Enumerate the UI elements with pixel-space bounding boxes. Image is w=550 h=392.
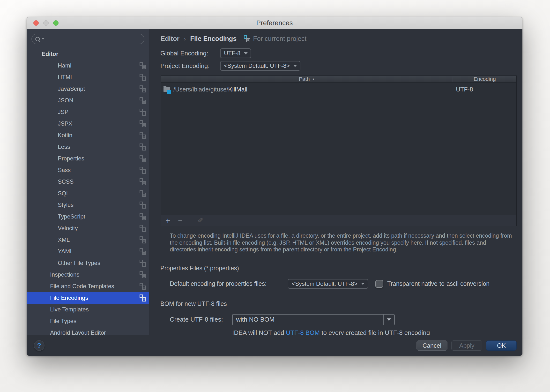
minimize-window-icon[interactable] — [43, 20, 49, 26]
global-encoding-row: Global Encoding: UTF-8 — [155, 48, 522, 58]
create-utf8-files-row: Create UTF-8 files: with NO BOM — [155, 314, 522, 325]
sidebar-item-jspx[interactable]: JSPX — [27, 118, 149, 129]
per-project-icon — [244, 35, 250, 42]
per-project-icon — [140, 260, 146, 267]
sidebar-item-label: JSP — [58, 109, 68, 115]
encoding-cell[interactable]: UTF-8 — [453, 86, 516, 93]
utf8-bom-link[interactable]: UTF-8 BOM — [286, 329, 320, 335]
sidebar-item-editor[interactable]: Editor — [27, 48, 149, 60]
titlebar[interactable]: Preferences — [27, 17, 522, 29]
sidebar-item-sass[interactable]: Sass — [27, 164, 149, 176]
window-title: Preferences — [256, 19, 293, 27]
create-utf8-files-label: Create UTF-8 files: — [170, 316, 232, 323]
sidebar-item-file-and-code-templates[interactable]: File and Code Templates — [27, 280, 149, 292]
sidebar-item-label: Live Templates — [50, 306, 89, 313]
sidebar-item-label: Other File Types — [58, 260, 100, 266]
ok-button[interactable]: OK — [486, 340, 517, 351]
sidebar-item-kotlin[interactable]: Kotlin — [27, 129, 149, 141]
chevron-down-icon — [244, 52, 248, 54]
default-properties-encoding-row: Default encoding for properties files: <… — [155, 279, 522, 289]
column-header-encoding[interactable]: Encoding — [453, 76, 516, 82]
sidebar-item-velocity[interactable]: Velocity — [27, 222, 149, 234]
scope-label: For current project — [253, 35, 306, 43]
sidebar-item-properties[interactable]: Properties — [27, 153, 149, 164]
apply-button[interactable]: Apply — [451, 340, 482, 351]
sidebar-item-live-templates[interactable]: Live Templates — [27, 304, 149, 315]
sidebar-item-typescript[interactable]: TypeScript — [27, 211, 149, 222]
section-divider — [231, 304, 517, 304]
close-window-icon[interactable] — [33, 20, 39, 26]
sidebar-item-label: Properties — [58, 155, 84, 162]
sidebar-item-label: Velocity — [58, 225, 78, 232]
default-properties-encoding-value: <System Default: UTF-8> — [292, 280, 357, 287]
sidebar-item-label: File Types — [50, 318, 76, 324]
sidebar-item-jsp[interactable]: JSP — [27, 106, 149, 118]
zoom-window-icon[interactable] — [53, 20, 59, 26]
sidebar-item-html[interactable]: HTML — [27, 71, 149, 83]
sidebar-item-label: TypeScript — [58, 213, 85, 220]
sidebar-item-file-types[interactable]: File Types — [27, 315, 149, 327]
per-project-icon — [140, 236, 146, 243]
cancel-button[interactable]: Cancel — [416, 340, 447, 351]
sidebar-item-inspections[interactable]: Inspections — [27, 269, 149, 280]
path-name: KillMall — [228, 86, 247, 93]
bom-note-after: to every created file in UTF-8 encoding — [320, 329, 430, 335]
properties-files-section-header: Properties Files (*.properties) — [160, 265, 517, 272]
search-input[interactable] — [45, 35, 141, 43]
sidebar-item-json[interactable]: JSON — [27, 95, 149, 106]
per-project-icon — [140, 271, 146, 278]
bom-note-before: IDEA will NOT add — [232, 329, 286, 335]
add-path-button[interactable]: + — [165, 216, 178, 225]
sidebar-item-other-file-types[interactable]: Other File Types — [27, 257, 149, 269]
table-toolbar: + − ✎ — [161, 215, 516, 226]
transparent-ascii-checkbox[interactable] — [375, 280, 383, 288]
per-project-icon — [140, 74, 146, 81]
project-encoding-select[interactable]: <System Default: UTF-8> — [220, 61, 300, 71]
sidebar-item-file-encodings[interactable]: File Encodings — [27, 292, 149, 304]
breadcrumb: Editor › File Encodings For current proj… — [155, 29, 522, 43]
transparent-ascii-checkbox-label[interactable]: Transparent native-to-ascii conversion — [387, 280, 490, 287]
breadcrumb-parent[interactable]: Editor — [161, 35, 179, 43]
per-project-icon — [140, 155, 146, 162]
per-project-icon — [140, 283, 146, 290]
create-utf8-files-select[interactable]: with NO BOM — [232, 314, 395, 325]
per-project-icon — [140, 85, 146, 92]
sidebar-item-android-layout-editor[interactable]: Android Layout Editor — [27, 327, 149, 335]
select-arrow-button[interactable] — [383, 315, 394, 325]
sidebar-item-javascript[interactable]: JavaScript — [27, 83, 149, 95]
remove-path-button[interactable]: − — [178, 217, 191, 224]
per-project-icon — [140, 225, 146, 232]
folder-icon — [164, 87, 170, 92]
search-options-caret-icon[interactable] — [42, 38, 44, 40]
sidebar-item-scss[interactable]: SCSS — [27, 176, 149, 188]
sidebar-item-label: Kotlin — [58, 132, 72, 139]
breadcrumb-current: File Encodings — [190, 35, 237, 43]
section-divider — [243, 268, 517, 268]
sidebar-item-haml[interactable]: Haml — [27, 60, 149, 71]
settings-search-box[interactable] — [31, 34, 144, 44]
sidebar-item-label: JavaScript — [58, 85, 85, 92]
global-encoding-value: UTF-8 — [224, 50, 240, 57]
sidebar-item-less[interactable]: Less — [27, 141, 149, 153]
encoding-description-text: To change encoding IntelliJ IDEA uses fo… — [170, 232, 513, 253]
edit-path-button[interactable]: ✎ — [191, 217, 203, 224]
window-body: Editor Haml HTML JavaScript JSON JSP JSP… — [27, 29, 522, 335]
global-encoding-label: Global Encoding: — [160, 50, 220, 57]
sidebar-item-xml[interactable]: XML — [27, 234, 149, 246]
sidebar-item-sql[interactable]: SQL — [27, 188, 149, 199]
global-encoding-select[interactable]: UTF-8 — [220, 48, 251, 58]
per-project-icon — [140, 167, 146, 174]
table-row[interactable]: /Users/lblade/gituse/KillMall UTF-8 — [161, 84, 516, 95]
sidebar-item-label: File and Code Templates — [50, 283, 114, 290]
project-encoding-value: <System Default: UTF-8> — [224, 62, 290, 69]
per-project-icon — [140, 120, 146, 127]
sidebar-item-yaml[interactable]: YAML — [27, 246, 149, 257]
default-properties-encoding-select[interactable]: <System Default: UTF-8> — [288, 279, 368, 289]
per-project-icon — [140, 132, 146, 139]
settings-tree: Editor Haml HTML JavaScript JSON JSP JSP… — [27, 48, 149, 335]
bom-note: IDEA will NOT add UTF-8 BOM to every cre… — [155, 329, 522, 335]
column-header-path[interactable]: Path ▲ — [161, 76, 453, 82]
help-button[interactable]: ? — [34, 340, 45, 351]
sidebar-item-stylus[interactable]: Stylus — [27, 199, 149, 211]
sidebar-item-label: File Encodings — [50, 294, 88, 301]
